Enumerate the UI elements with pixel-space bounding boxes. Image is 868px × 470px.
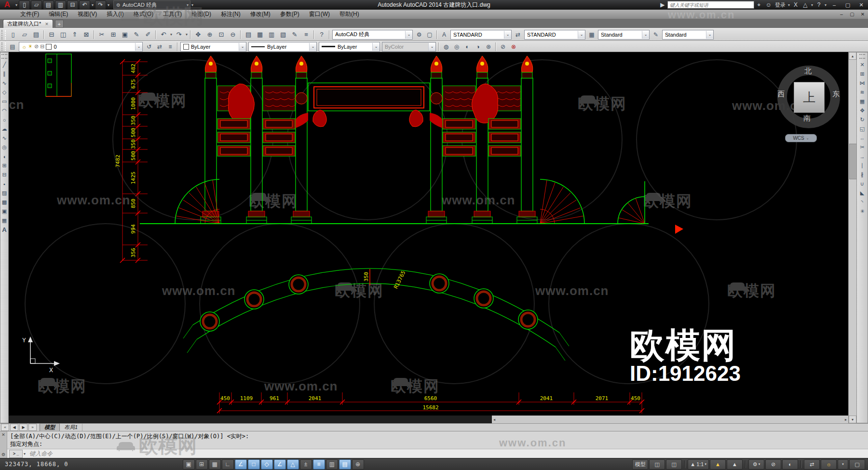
layer-plot-icon[interactable]: ⊟ (40, 43, 44, 50)
new-icon[interactable]: ▯ (8, 29, 18, 40)
layer-select[interactable]: ☼ ☀ ⊘ ⊟ 0 ⌄ (19, 42, 143, 52)
paste-icon[interactable]: ▣ (120, 29, 130, 40)
autocad-logo-icon[interactable]: A (0, 0, 14, 10)
a360-caret-icon[interactable]: ▾ (811, 3, 813, 7)
ellipse-arc-icon[interactable]: ◖ (0, 152, 9, 161)
new-button[interactable]: ▯ (19, 0, 30, 10)
search-input[interactable] (667, 1, 754, 9)
coordinates-readout[interactable]: 323473, 18668, 0 (5, 461, 68, 468)
hatch-icon[interactable]: ▨ (0, 189, 9, 197)
save-button[interactable]: ▤ (43, 0, 54, 10)
scroll-right-icon[interactable]: ▸ (845, 417, 847, 422)
menu-window[interactable]: 窗口(W) (304, 10, 335, 19)
model-space-button[interactable]: 模型 (632, 459, 648, 470)
quickcalc-icon[interactable]: ≡ (301, 29, 312, 40)
selection-cycling-toggle[interactable]: ⊕ (352, 459, 364, 470)
point-icon[interactable]: • (0, 180, 9, 188)
layer-on-icon[interactable]: ☼ (22, 44, 27, 50)
command-input[interactable] (27, 450, 868, 457)
osnap-toggle[interactable]: □ (248, 459, 260, 470)
tray-caret-icon[interactable]: ▾ (838, 459, 848, 470)
layer-states-icon[interactable]: ⇄ (155, 42, 164, 51)
ortho-toggle[interactable]: ∟ (222, 459, 234, 470)
file-tab[interactable]: 古建牌坊入口* ✕ (3, 19, 53, 28)
wcs-dropdown[interactable]: WCS ⌄ (785, 134, 817, 142)
horizontal-scrollbar[interactable]: ◂ ▸ (9, 416, 848, 423)
tab-layout1[interactable]: 布局1 (60, 424, 82, 431)
minimize-button[interactable]: – (827, 0, 841, 9)
tab-model[interactable]: 模型 (40, 423, 60, 431)
menu-dimension[interactable]: 标注(N) (216, 10, 245, 19)
logo-caret-icon[interactable]: ▾ (15, 3, 17, 7)
scroll-up-icon[interactable]: ▴ (849, 52, 856, 60)
region-icon[interactable]: ▣ (0, 207, 9, 215)
menu-edit[interactable]: 编辑(E) (44, 10, 73, 19)
otrack-toggle[interactable]: ∠ (274, 459, 286, 470)
performance-tuner-icon[interactable]: ☼ (821, 459, 837, 470)
iso-view-icon[interactable]: ⊛ (484, 42, 493, 51)
dim-style-select[interactable]: STANDARD ⌄ (524, 30, 585, 40)
dyn-toggle[interactable]: ± (300, 459, 312, 470)
properties-icon[interactable]: ▤ (243, 29, 254, 40)
layer-isolate-icon[interactable]: ≡ (165, 42, 175, 51)
table-style-icon[interactable]: ▦ (587, 30, 597, 39)
block-editor-icon[interactable]: ✐ (143, 29, 153, 40)
redo-button[interactable]: ↷ (95, 0, 106, 10)
layer-previous-icon[interactable]: ↺ (144, 42, 154, 51)
fillet-icon[interactable]: ◝ (858, 198, 867, 206)
user-icon[interactable]: ☺ (764, 1, 773, 9)
gradient-icon[interactable]: ▩ (0, 198, 9, 206)
tool-palettes-icon[interactable]: ▥ (266, 29, 277, 40)
top-view-icon[interactable]: ◎ (452, 42, 461, 51)
workspace-dropdown[interactable]: ⚙ AutoCAD 经典 ▾ (113, 0, 190, 9)
sign-in-caret-icon[interactable]: ▾ (788, 3, 790, 7)
publish-icon[interactable]: ⇑ (69, 29, 80, 40)
ellipse-icon[interactable]: ◎ (0, 143, 9, 151)
make-block-icon[interactable]: ⊟ (0, 171, 9, 179)
workspace-switch-icon[interactable]: ⚙ ▾ (748, 459, 764, 470)
open-icon[interactable]: ▱ (19, 29, 30, 40)
new-tab-button[interactable]: + (55, 20, 64, 28)
menu-modify[interactable]: 修改(M) (245, 10, 275, 19)
print-preview-icon[interactable]: ◫ (58, 29, 68, 40)
markup-icon[interactable]: ✎ (289, 29, 300, 40)
a360-icon[interactable]: △ (800, 1, 810, 9)
viewport-clip-icon[interactable]: ⊗ (509, 42, 518, 51)
file-tab-close-icon[interactable]: ✕ (45, 22, 49, 27)
exchange-apps-icon[interactable]: X (791, 1, 800, 9)
zoom-realtime-icon[interactable]: ⊕ (204, 29, 215, 40)
copy-icon[interactable]: ⊞ (858, 70, 867, 78)
match-properties-icon[interactable]: ✎ (131, 29, 142, 40)
erase-icon[interactable]: ✕ (858, 61, 867, 69)
rotate-icon[interactable]: ↻ (858, 116, 867, 124)
help-icon[interactable]: ? (814, 1, 824, 9)
viewcube-north[interactable]: 北 (804, 67, 812, 76)
polygon-icon[interactable]: ◇ (0, 88, 9, 96)
cut-icon[interactable]: ✂ (96, 29, 107, 40)
doc-close-button[interactable]: ✕ (857, 11, 868, 18)
clean-screen-icon[interactable]: ▢ (849, 459, 865, 470)
undo-icon[interactable]: ↶ (158, 29, 169, 40)
tab-prev-icon[interactable]: ◀ (10, 424, 18, 431)
menu-tools[interactable]: 工具(T) (158, 10, 187, 19)
search-icon[interactable]: ⌖ (754, 1, 764, 9)
named-views-icon[interactable]: ◍ (441, 42, 451, 51)
open-button[interactable]: ▱ (31, 0, 42, 10)
rectangle-icon[interactable]: ▭ (0, 97, 9, 106)
layer-lock-icon[interactable]: ⊘ (34, 43, 39, 50)
infer-constraints-toggle[interactable]: ▣ (183, 459, 195, 470)
menu-format[interactable]: 格式(O) (129, 10, 158, 19)
lineweight-toggle[interactable]: ≡ (313, 459, 325, 470)
batch-plot-icon[interactable]: ⊠ (81, 29, 92, 40)
side-view-icon[interactable]: ◑ (473, 42, 483, 51)
multiline-text-icon[interactable]: A (0, 226, 9, 234)
viewport-single-icon[interactable]: ⊘ (498, 42, 508, 51)
offset-icon[interactable]: ≋ (858, 88, 867, 96)
toolbar-grip[interactable] (1, 54, 7, 59)
lineweight-select[interactable]: ByLayer ⌄ (319, 42, 380, 52)
table-icon[interactable]: ▦ (0, 216, 9, 225)
layer-manager-icon[interactable]: ▤ (8, 42, 17, 51)
quick-view-layouts-icon[interactable]: ◫ (649, 459, 665, 470)
tab-last-icon[interactable]: » (28, 424, 37, 431)
workspace-save-icon[interactable]: ▢ (425, 30, 434, 39)
